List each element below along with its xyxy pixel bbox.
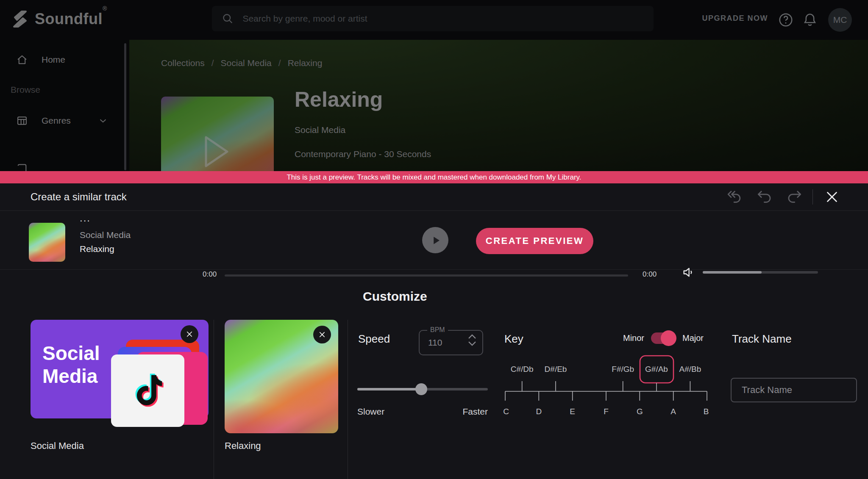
modal-header: Create a similar track — [0, 183, 868, 211]
speed-slider-knob[interactable] — [415, 383, 427, 395]
bpm-increment-icon[interactable] — [467, 334, 477, 339]
player-play-button[interactable] — [422, 227, 448, 253]
key-sharp-label-selected[interactable]: G#/Ab — [645, 365, 668, 374]
undo-all-icon[interactable] — [726, 188, 743, 205]
volume-slider[interactable] — [703, 271, 818, 274]
bpm-input[interactable]: BPM 110 — [419, 330, 483, 355]
speed-slider[interactable] — [357, 388, 488, 390]
key-mode-toggle-row: Minor Major — [623, 332, 704, 344]
genre-card-label: Social Media — [31, 440, 84, 451]
track-name-input[interactable] — [731, 378, 857, 402]
key-scale[interactable]: C#/Db D#/Eb F#/Gb G#/Ab A#/Bb C D E F G … — [502, 352, 709, 418]
volume-icon[interactable] — [682, 265, 696, 280]
close-icon — [186, 330, 193, 338]
preview-banner-text: This is just a preview. Tracks will be m… — [287, 173, 581, 182]
bpm-legend: BPM — [427, 326, 448, 334]
column-divider — [348, 320, 348, 479]
genre-card-stack-white — [111, 354, 184, 427]
speed-slider-labels: Slower Faster — [357, 407, 488, 417]
column-divider — [214, 320, 214, 479]
key-sharp-label[interactable]: A#/Bb — [679, 365, 701, 374]
key-natural-label[interactable]: G — [637, 407, 643, 416]
modal-backdrop-dim — [0, 0, 868, 171]
major-label[interactable]: Major — [682, 333, 704, 343]
minor-major-toggle[interactable] — [651, 332, 676, 344]
volume-fill — [703, 271, 762, 274]
tiktok-icon — [127, 370, 169, 412]
key-natural-label[interactable]: B — [704, 407, 709, 416]
key-natural-label[interactable]: D — [536, 407, 542, 416]
key-sharp-label[interactable]: C#/Db — [511, 365, 534, 374]
bpm-value: 110 — [428, 338, 442, 348]
customize-heading: Customize — [363, 289, 427, 304]
mood-card-relaxing[interactable] — [225, 320, 338, 433]
preview-banner: This is just a preview. Tracks will be m… — [0, 171, 868, 183]
undo-icon[interactable] — [756, 188, 773, 205]
player-options-ellipsis[interactable]: ... — [80, 212, 91, 224]
modal-title: Create a similar track — [31, 191, 127, 203]
faster-label: Faster — [462, 407, 488, 417]
slower-label: Slower — [357, 407, 384, 417]
mood-card-label: Relaxing — [225, 440, 261, 451]
create-similar-track-modal: Create a similar track ... Social Media … — [0, 183, 868, 479]
elapsed-time: 0:00 — [203, 270, 217, 279]
remove-genre-button[interactable] — [181, 325, 198, 343]
key-natural-label[interactable]: E — [570, 407, 575, 416]
speed-slider-fill — [357, 388, 421, 390]
key-scale-ticks — [505, 381, 707, 401]
key-section-label: Key — [504, 332, 523, 346]
key-sharp-label[interactable]: D#/Eb — [545, 365, 567, 374]
track-name-section-label: Track Name — [732, 332, 792, 346]
key-sharp-label[interactable]: F#/Gb — [612, 365, 634, 374]
redo-icon[interactable] — [786, 188, 803, 205]
player-track-label: Relaxing — [80, 244, 114, 254]
key-natural-label[interactable]: A — [670, 407, 676, 416]
create-preview-button[interactable]: CREATE PREVIEW — [476, 228, 593, 254]
bpm-decrement-icon[interactable] — [467, 341, 477, 346]
close-icon — [318, 331, 326, 338]
header-divider — [812, 189, 813, 205]
progress-bar[interactable] — [225, 274, 628, 277]
soundful-app: Soundful® UPGRADE NOW MC Home Br — [0, 0, 868, 479]
preview-player: ... Social Media Relaxing 0:00 CREATE PR… — [0, 211, 868, 270]
duration-time: 0:00 — [643, 270, 657, 279]
minor-label[interactable]: Minor — [623, 333, 644, 343]
play-icon — [429, 234, 442, 246]
remove-mood-button[interactable] — [313, 326, 331, 343]
player-genre-label: Social Media — [80, 230, 131, 240]
genre-card-social-media[interactable]: Social Media — [31, 320, 209, 418]
toggle-knob — [661, 330, 676, 346]
speed-section-label: Speed — [358, 332, 390, 346]
key-natural-label[interactable]: C — [503, 407, 509, 416]
key-natural-label[interactable]: F — [604, 407, 609, 416]
close-icon[interactable] — [824, 189, 840, 205]
player-album-art — [29, 223, 65, 262]
